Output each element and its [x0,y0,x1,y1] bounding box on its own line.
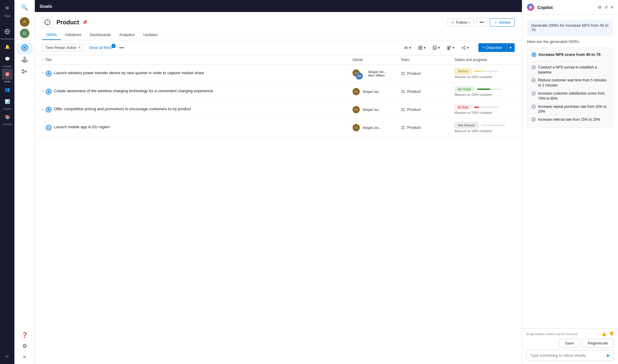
sidebar-avatar-1[interactable]: A [20,17,29,27]
joined-button[interactable]: ✓ Joined [490,18,515,26]
table-row[interactable]: › Offer competitive pricing and promotio… [35,101,522,119]
copilot-title-label: Copilot [537,5,553,10]
copilot-close-icon[interactable]: ✕ [610,5,614,10]
goals-icon[interactable]: 🎯 [2,69,13,80]
table-view-button[interactable]: ▾ [430,44,442,51]
send-button[interactable]: ➤ [606,353,610,358]
col-header-owner: Owner [353,58,401,62]
tab-okrs[interactable]: OKRs [42,30,61,40]
show-filters-button[interactable]: Show all filters 1 [86,44,114,51]
sidebar-item-expand[interactable]: » [17,352,32,362]
row3-status-badge: At Risk [455,105,471,110]
page-title: Product [56,19,79,26]
row1-measure: Measure as 100% complete [455,75,515,79]
thumbs-up-icon[interactable]: 👍 [601,332,606,336]
sidebar-item-help[interactable]: ❓ [17,330,32,340]
header-tabs: OKRs Initiatives Dashboards Analytics Up… [42,30,515,40]
toolbar: Time Period: Active ✕ Show all filters 1… [35,40,522,55]
copilot-okr-card: Increase NPS score from 45 to 70 Conduct… [527,47,613,128]
main-area: Goals Product 📌 ✓ Follow [35,0,522,364]
page-header-top: Product 📌 ✓ Follow ▾ ••• ✓ Joined [42,17,515,28]
sidebar-avatar-2[interactable]: G [20,29,29,38]
row3-expand-icon[interactable]: › [42,107,43,111]
copilot-body: Generate OKRs for Increase NPS from 45 t… [522,15,618,328]
okr-main-text: Increase NPS score from 45 to 70 [539,52,601,57]
learning-label: Learning [2,123,12,126]
table-row[interactable]: › Launch mobile app in EU region AJ Abig… [35,119,522,137]
row4-title-cell: › Launch mobile app in EU region [42,121,353,134]
okr-kr1-text: Conduct a NPS survey to establish a base… [538,65,609,75]
goals-label: Goals [4,80,11,83]
learning-icon[interactable]: 📚 [2,111,13,122]
tab-analytics[interactable]: Analytics [115,30,139,40]
save-button[interactable]: Save [559,339,580,347]
row2-team-icon [401,89,405,94]
svg-point-69 [403,126,404,127]
sidebar-item-settings[interactable]: ⚙ [17,341,32,351]
sidebar-item-search[interactable]: 🔍 [17,2,32,13]
collapse-rail-icon[interactable]: ‹‹ [2,351,13,362]
svg-point-49 [48,73,50,74]
copilot-back-icon[interactable]: ↺ [604,5,608,10]
row2-expand-icon[interactable]: › [42,89,43,93]
copilot-prompt-display: Generate OKRs for Increase NPS from 45 t… [527,20,613,36]
sidebar-item-goals[interactable] [17,43,32,54]
list-view-button[interactable]: ▾ [401,44,414,51]
okr-kr3-item: Increase customer satisfaction score fro… [532,91,609,101]
tab-updates[interactable]: Updates [139,30,162,40]
copilot-settings-icon[interactable]: ⚙ [598,5,602,10]
svg-rect-41 [447,49,450,50]
sidebar-item-subgoals[interactable] [17,67,32,78]
row3-goal-icon [46,107,52,113]
svg-point-16 [22,70,23,71]
notifications-icon[interactable]: 🔔 [2,41,13,52]
grid-apps-icon[interactable]: ⊞ [2,2,13,13]
more-button[interactable]: ••• [476,18,487,26]
svg-point-79 [532,105,535,108]
connections-icon[interactable] [2,26,13,37]
table-row[interactable]: › Create awareness of the wireless charg… [35,83,522,101]
okr-kr5-text: Increase referral rate from 15% to 25% [538,117,600,122]
copilot-refine-input[interactable] [530,353,606,358]
expand-all-icon[interactable]: › [42,58,43,62]
follow-button[interactable]: ✓ Follow ▾ [447,18,474,26]
table-header: › Title Owner Team Status and progress [35,55,522,65]
okr-kr1-icon [532,65,536,71]
show-filters-label: Show all filters [89,46,112,50]
regenerate-button[interactable]: Regenerate [582,339,614,347]
svg-point-61 [48,109,50,111]
svg-point-29 [404,47,405,48]
row2-avatar: AJ [353,88,360,95]
grid-view-button[interactable]: ▾ [416,44,428,51]
remove-filter-icon[interactable]: ✕ [78,46,81,50]
add-objective-button[interactable]: + Objective ▾ [478,43,515,52]
svg-point-66 [47,126,50,129]
insights-icon[interactable]: 📊 [2,96,13,107]
tab-initiatives[interactable]: Initiatives [61,30,86,40]
viva-label[interactable]: Viva [4,14,10,18]
toolbar-more-icon[interactable]: ••• [117,44,126,51]
people-icon[interactable]: 👥 [2,84,13,95]
engage-icon[interactable]: 💬 [2,53,13,64]
thumbs-down-icon[interactable]: 👎 [609,332,614,336]
svg-rect-33 [419,48,420,50]
row1-expand-icon[interactable]: › [42,71,43,75]
col-header-team: Team [401,58,455,62]
sidebar-item-org[interactable] [17,55,32,66]
group-view-button[interactable]: ▾ [445,44,457,51]
svg-point-64 [403,108,404,109]
svg-point-6 [24,47,26,49]
svg-rect-35 [433,46,437,50]
copilot-panel: Copilot ⚙ ↺ ✕ Generate OKRs for Increase… [522,0,618,364]
objective-dropdown-arrow[interactable]: ▾ [507,43,515,52]
svg-point-57 [401,90,403,91]
share-view-button[interactable]: ▾ [459,44,471,51]
table-row[interactable]: › Launch wireless power transfer device … [35,65,522,83]
tab-dashboards[interactable]: Dashboards [86,30,115,40]
row1-status-badge: Behind [455,68,471,74]
row1-goal-icon [46,71,52,77]
active-filter-chip[interactable]: Time Period: Active ✕ [42,44,84,51]
row1-avatar2: AW [356,72,363,80]
svg-point-75 [533,54,535,55]
row1-owner-primary: Abigail Jac... [368,70,387,74]
